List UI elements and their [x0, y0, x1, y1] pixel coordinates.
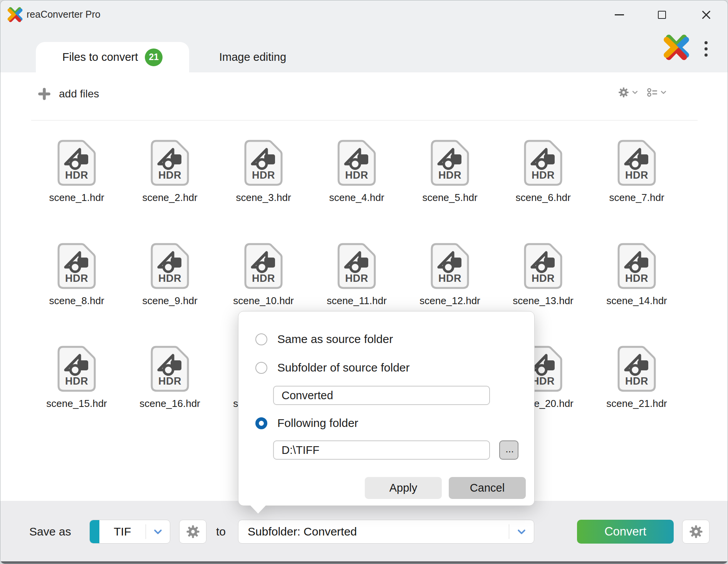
- file-item[interactable]: HDR scene_3.hdr: [217, 140, 310, 204]
- file-name: scene_4.hdr: [310, 192, 403, 204]
- file-item[interactable]: HDR scene_12.hdr: [403, 243, 497, 307]
- option-label: Same as source folder: [277, 333, 393, 346]
- tab-strip: Files to convert 21 Image editing: [0, 29, 728, 72]
- file-item[interactable]: HDR scene_8.hdr: [30, 243, 123, 307]
- option-same-as-source[interactable]: Same as source folder: [255, 333, 393, 346]
- svg-text:HDR: HDR: [158, 375, 181, 387]
- hdr-file-icon: HDR: [617, 346, 656, 392]
- file-item[interactable]: HDR scene_15.hdr: [30, 346, 123, 410]
- close-icon: [701, 10, 711, 20]
- tab-files-to-convert[interactable]: Files to convert 21: [36, 42, 189, 72]
- svg-text:HDR: HDR: [158, 169, 181, 181]
- file-item[interactable]: HDR scene_7.hdr: [590, 140, 683, 204]
- file-name: scene_9.hdr: [123, 295, 216, 307]
- hdr-file-icon: HDR: [151, 243, 189, 289]
- svg-text:HDR: HDR: [532, 169, 555, 181]
- file-name: scene_15.hdr: [30, 398, 123, 410]
- gear-icon: [186, 525, 200, 539]
- maximize-icon: [658, 11, 666, 19]
- add-files-button[interactable]: add files: [38, 88, 99, 100]
- file-item[interactable]: HDR scene_5.hdr: [403, 140, 497, 204]
- format-accent-stripe: [90, 520, 99, 543]
- close-button[interactable]: [696, 5, 716, 24]
- file-item[interactable]: HDR scene_1.hdr: [30, 140, 123, 204]
- file-item[interactable]: HDR scene_11.hdr: [310, 243, 403, 307]
- browse-button[interactable]: ...: [499, 440, 518, 460]
- gear-icon: [618, 87, 629, 98]
- option-following-folder[interactable]: Following folder: [255, 417, 358, 430]
- format-settings-button[interactable]: [179, 520, 206, 544]
- svg-text:HDR: HDR: [345, 169, 368, 181]
- hdr-file-icon: HDR: [244, 243, 283, 289]
- option-subfolder[interactable]: Subfolder of source folder: [255, 361, 410, 374]
- file-item[interactable]: HDR scene_13.hdr: [497, 243, 590, 307]
- format-select[interactable]: TIF: [89, 520, 170, 544]
- destination-select[interactable]: Subfolder: Converted: [238, 520, 534, 544]
- radio-same-as-source[interactable]: [255, 333, 267, 345]
- hdr-file-icon: HDR: [431, 140, 469, 186]
- hdr-file-icon: HDR: [57, 140, 96, 186]
- file-name: scene_21.hdr: [590, 398, 683, 410]
- minimize-button[interactable]: [610, 5, 629, 24]
- file-item[interactable]: HDR scene_4.hdr: [310, 140, 403, 204]
- cancel-button[interactable]: Cancel: [449, 477, 526, 499]
- maximize-button[interactable]: [652, 5, 671, 24]
- radio-subfolder[interactable]: [255, 362, 267, 374]
- radio-following-folder[interactable]: [255, 417, 267, 429]
- file-item[interactable]: HDR scene_21.hdr: [590, 346, 683, 410]
- toolbar-divider: [31, 120, 698, 120]
- list-settings-dropdown[interactable]: [618, 87, 638, 98]
- svg-text:HDR: HDR: [345, 273, 368, 284]
- file-item[interactable]: HDR scene_2.hdr: [123, 140, 216, 204]
- hdr-file-icon: HDR: [524, 243, 562, 289]
- kebab-dot: [705, 47, 708, 50]
- file-name: scene_16.hdr: [123, 398, 216, 410]
- file-name: scene_6.hdr: [497, 192, 590, 204]
- svg-text:HDR: HDR: [252, 273, 275, 284]
- file-name: scene_12.hdr: [403, 295, 497, 307]
- bottom-bar: Save as TIF to Subfolder: Converted Conv…: [0, 501, 728, 564]
- file-name: scene_5.hdr: [403, 192, 497, 204]
- file-item[interactable]: HDR scene_10.hdr: [217, 243, 310, 307]
- file-name: scene_7.hdr: [590, 192, 683, 204]
- tab-image-editing[interactable]: Image editing: [189, 42, 316, 72]
- add-files-label: add files: [59, 88, 99, 100]
- chevron-down-icon: [517, 529, 526, 535]
- app-window: reaConverter Pro Files to convert 21 Ima…: [0, 0, 728, 564]
- apply-button[interactable]: Apply: [365, 477, 442, 499]
- hdr-file-icon: HDR: [431, 243, 469, 289]
- svg-text:HDR: HDR: [158, 273, 181, 284]
- hdr-file-icon: HDR: [617, 140, 656, 186]
- file-name: scene_3.hdr: [217, 192, 310, 204]
- view-mode-dropdown[interactable]: [647, 87, 666, 98]
- brand-logo-icon: [663, 34, 689, 60]
- file-item[interactable]: HDR scene_6.hdr: [497, 140, 590, 204]
- hdr-file-icon: HDR: [151, 346, 189, 392]
- hdr-file-icon: HDR: [337, 140, 376, 186]
- kebab-dot: [705, 54, 708, 57]
- hdr-file-icon: HDR: [524, 140, 562, 186]
- chevron-down-icon: [154, 529, 162, 535]
- svg-text:HDR: HDR: [438, 169, 461, 181]
- file-name: scene_1.hdr: [30, 192, 123, 204]
- svg-text:HDR: HDR: [65, 273, 88, 284]
- kebab-dot: [705, 41, 708, 44]
- tab-image-editing-label: Image editing: [219, 51, 286, 64]
- svg-text:HDR: HDR: [65, 375, 88, 387]
- folder-path-input[interactable]: [273, 440, 490, 460]
- minimize-icon: [615, 14, 624, 15]
- convert-button[interactable]: Convert: [577, 520, 674, 544]
- svg-text:HDR: HDR: [625, 273, 648, 284]
- subfolder-name-input[interactable]: [273, 386, 490, 405]
- file-item[interactable]: HDR scene_16.hdr: [123, 346, 216, 410]
- svg-text:HDR: HDR: [252, 169, 275, 181]
- hdr-file-icon: HDR: [151, 140, 189, 186]
- format-value: TIF: [99, 525, 146, 538]
- convert-settings-button[interactable]: [682, 520, 710, 544]
- file-item[interactable]: HDR scene_14.hdr: [590, 243, 683, 307]
- list-toolbar: [618, 87, 672, 98]
- file-name: scene_14.hdr: [590, 295, 683, 307]
- kebab-menu-button[interactable]: [698, 39, 714, 59]
- file-item[interactable]: HDR scene_9.hdr: [123, 243, 216, 307]
- svg-text:HDR: HDR: [532, 375, 555, 387]
